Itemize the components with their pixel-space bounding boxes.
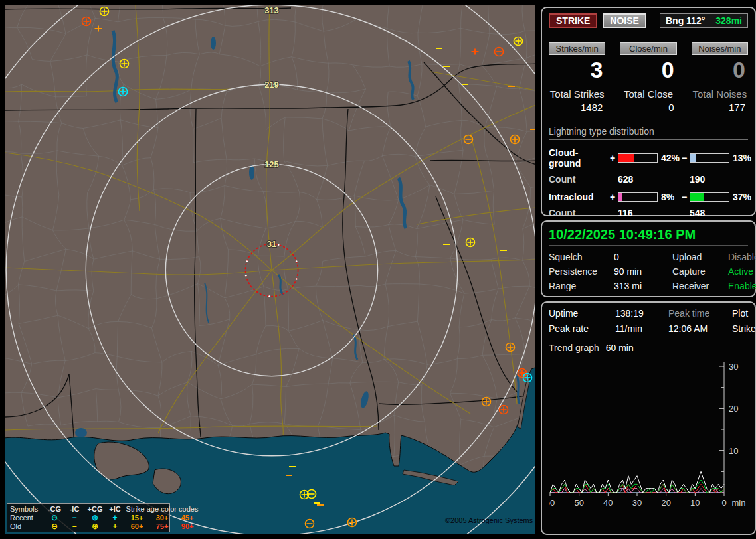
bearing-range-display: Bng 112° 328mi <box>660 13 748 28</box>
squelch-value: 0 <box>614 252 672 262</box>
total-strikes-value: 1482 <box>549 102 605 113</box>
bearing-value: Bng 112° <box>666 15 705 26</box>
cg-minus-count: 190 <box>690 174 748 185</box>
ic-plus-percent: 8% <box>658 192 682 202</box>
strikes-column: Strikes/min 3 Total Strikes 1482 <box>549 42 605 113</box>
y-tick-label: 10 <box>729 446 738 456</box>
distribution-title: Lightning type distribution <box>549 126 748 140</box>
cg-minus-bar <box>690 153 729 163</box>
total-noises-value: 177 <box>692 102 748 113</box>
legend-recent-row: Recent ⊖ − ⊕ + 15+ 30+ 45+ <box>10 514 167 522</box>
age-code-75: 75+ <box>149 522 175 531</box>
age-code-60: 60+ <box>124 522 149 531</box>
ring-label-31: 31 <box>267 239 276 249</box>
plot-label: Plot <box>732 308 756 319</box>
receiver-status: Enabled <box>728 281 756 291</box>
uptime-grid: Uptime 138:19 Peak time Plot Peak rate 1… <box>549 308 748 334</box>
total-noises-label: Total Noises <box>692 88 748 100</box>
range-value: 313 mi <box>614 281 672 291</box>
x-axis-unit: min <box>732 498 746 508</box>
ic-minus-count: 548 <box>690 208 748 218</box>
total-close-label: Total Close <box>620 88 676 100</box>
plus-sign: + <box>610 192 618 202</box>
cg-plus-percent: 42% <box>658 153 682 163</box>
minus-icon: − <box>64 522 84 531</box>
strikes-per-min-value: 3 <box>549 57 605 83</box>
lightning-map[interactable]: 31321912531 Symbols -CG -IC +CG +IC Stri… <box>5 5 535 534</box>
circle-minus-icon: ⊖ <box>45 522 64 531</box>
settings-grid: Squelch 0 Upload Disabled Persistence 90… <box>549 252 748 291</box>
trend-graph-label-row: Trend graph 60 min <box>549 343 748 353</box>
cloud-ground-row: Cloud-ground + 42% − 13% <box>549 147 748 169</box>
strike-mode-button[interactable]: STRIKE <box>549 13 597 28</box>
status-box: 10/22/2025 10:49:16 PM Squelch 0 Upload … <box>541 220 756 297</box>
ring-label-125: 125 <box>264 159 279 169</box>
rate-stats-grid: Strikes/min 3 Total Strikes 1482 Close/m… <box>549 42 748 113</box>
intracloud-label: Intracloud <box>549 192 610 202</box>
noises-per-min-chip[interactable]: Noises/min <box>692 42 748 55</box>
y-tick-label: 30 <box>729 362 738 372</box>
x-tick-label: 20 <box>661 498 670 508</box>
strikes-per-min-chip[interactable]: Strikes/min <box>549 42 605 55</box>
age-code-90: 90+ <box>175 522 200 531</box>
total-strikes-label: Total Strikes <box>549 88 605 100</box>
capture-status: Active <box>728 266 756 277</box>
minus-sign: − <box>682 153 690 163</box>
map-svg: 31321912531 <box>5 5 535 534</box>
trend-box: Uptime 138:19 Peak time Plot Peak rate 1… <box>541 301 756 535</box>
squelch-label: Squelch <box>549 252 614 262</box>
range-value: 328mi <box>715 15 742 26</box>
circle-plus-icon: ⊕ <box>84 522 106 531</box>
noises-per-min-value: 0 <box>692 57 748 83</box>
ring-dot <box>296 278 298 280</box>
x-tick-label: 0 <box>721 498 726 508</box>
persistence-label: Persistence <box>549 266 614 277</box>
trend-series-blue <box>550 489 724 493</box>
x-tick-label: 40 <box>603 498 613 508</box>
ic-plus-bar <box>618 193 658 202</box>
total-close-value: 0 <box>620 102 676 113</box>
age-code-30: 30+ <box>149 514 175 522</box>
range-label: Range <box>549 281 614 291</box>
capture-label: Capture <box>672 266 728 277</box>
mode-button-row: STRIKE NOISE Bng 112° 328mi <box>549 13 748 28</box>
trend-graph-window: 60 min <box>606 343 634 353</box>
cloud-ground-label: Cloud-ground <box>549 147 610 169</box>
count-label: Count <box>549 174 618 185</box>
trend-series-pink <box>550 489 724 493</box>
peak-rate-value: 11/min <box>615 323 668 334</box>
copyright-text: ©2005 Astrogenic Systems <box>445 516 533 524</box>
ring-dot <box>246 260 248 262</box>
close-per-min-chip[interactable]: Close/min <box>620 42 676 55</box>
intracloud-row: Intracloud + 8% − 37% <box>549 192 748 202</box>
ring-dot <box>245 275 247 277</box>
side-panel: STRIKE NOISE Bng 112° 328mi Strikes/min … <box>541 7 756 539</box>
legend-recent-label: Recent <box>10 514 45 522</box>
strike-stats-box: STRIKE NOISE Bng 112° 328mi Strikes/min … <box>541 7 756 216</box>
trend-chart: 1020306050403020100min <box>549 354 748 522</box>
noise-mode-button[interactable]: NOISE <box>603 13 646 28</box>
close-per-min-value: 0 <box>620 57 676 83</box>
ring-dot <box>296 260 298 262</box>
cloud-ground-count-row: Count 628 190 <box>549 174 748 185</box>
trend-graph-label: Trend graph <box>549 343 599 353</box>
cg-plus-count: 628 <box>618 174 690 185</box>
uptime-value: 138:19 <box>615 308 668 319</box>
ic-plus-count: 116 <box>618 208 690 218</box>
uptime-label: Uptime <box>549 308 615 319</box>
legend-symbols-title: Symbols <box>10 505 45 514</box>
ring-label-219: 219 <box>264 80 279 90</box>
ic-minus-bar <box>690 193 729 202</box>
peak-time-label: Peak time <box>668 308 732 319</box>
trend-series-white <box>550 471 724 493</box>
datetime-display: 10/22/2025 10:49:16 PM <box>549 227 748 246</box>
legend-old-label: Old <box>10 522 45 531</box>
receiver-label: Receiver <box>672 281 728 291</box>
peak-rate-label: Peak rate <box>549 323 615 334</box>
x-tick-label: 50 <box>574 498 583 508</box>
x-tick-label: 10 <box>690 498 700 508</box>
trend-series-green <box>550 480 724 493</box>
upload-label: Upload <box>672 252 728 262</box>
noises-column: Noises/min 0 Total Noises 177 <box>692 42 748 113</box>
ring-label-313: 313 <box>264 5 279 15</box>
